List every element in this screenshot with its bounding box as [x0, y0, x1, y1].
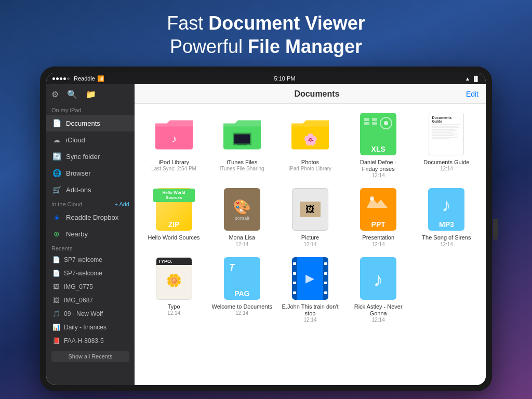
file-grid: ♪ iPod Library Last Sync: 2:54 PM — [135, 104, 486, 385]
file-name-picture: Picture — [301, 234, 319, 241]
add-cloud-button[interactable]: + Add — [115, 201, 129, 207]
sidebar-item-documents[interactable]: 📄 Documents — [46, 115, 135, 131]
dropbox-icon: ◈ — [51, 212, 62, 222]
sidebar-item-browser[interactable]: 🌐 Browser — [46, 165, 135, 181]
monalisa-icon: 🎨 portrait — [219, 187, 265, 232]
file-subtitle-ipod: Last Sync: 2:54 PM — [151, 166, 196, 171]
recent-item-img0687[interactable]: 🖼 IMG_0687 — [46, 294, 135, 307]
mp3-label: MP3 — [439, 220, 454, 229]
pag-icon: T PAG — [219, 256, 265, 301]
wifi-icon: 📶 — [97, 75, 104, 82]
app-content: ⚙ 🔍 📁 On my iPad 📄 Documents ☁ iCloud 🔄 … — [46, 84, 486, 385]
file-date-xls: 12:14 — [372, 172, 385, 178]
file-item-picture[interactable]: 🖼 Picture 12:14 — [278, 187, 342, 247]
sidebar-item-addons[interactable]: 🛒 Add-ons — [46, 181, 135, 198]
show-all-recents-button[interactable]: Show all Recents — [51, 351, 129, 362]
typo-icon: TYPO. 🌼 — [151, 256, 197, 301]
file-item-ppt[interactable]: PPT Presentation 12:14 — [347, 187, 410, 247]
nav-bar: Documents Edit — [135, 84, 486, 104]
folder-yellow-svg: 🌸 — [289, 116, 331, 152]
recent-item-finances[interactable]: 📊 Daily - finances — [46, 321, 135, 334]
folder-green-svg — [221, 116, 263, 152]
file-item-mp3[interactable]: ♪ MP3 The Song of Sirens 12:14 — [415, 187, 478, 247]
recent-item-sp7-2[interactable]: 📄 SP7-welcome — [46, 267, 135, 280]
header-line1-normal: Fast — [167, 12, 208, 34]
file-item-monalisa[interactable]: 🎨 portrait Mona Lisa 12:14 — [210, 187, 274, 247]
file-name-mp3: The Song of Sirens — [422, 234, 471, 241]
svg-text:🌸: 🌸 — [303, 132, 317, 147]
file-date-picture: 12:14 — [303, 242, 316, 247]
file-item-typo[interactable]: TYPO. 🌼 Typo 12:14 — [142, 256, 206, 323]
file-item-itunes[interactable]: iTunes Files iTunes File Sharing — [210, 111, 274, 178]
nav-title: Documents — [294, 89, 339, 99]
file-item-video[interactable]: ▶ E.John This train don't stop 12:14 — [278, 256, 342, 323]
sidebar-label-browser: Browser — [66, 169, 91, 177]
recent-label-4: IMG_0687 — [64, 297, 93, 304]
recent-label-7: FAA-H-8083-5 — [64, 337, 104, 344]
sidebar-label-documents: Documents — [66, 119, 100, 127]
sidebar-label-nearby: Nearby — [66, 230, 88, 238]
file-subtitle-itunes: iTunes File Sharing — [220, 166, 264, 171]
svg-point-5 — [370, 196, 374, 201]
header-line1-bold: Document Viewer — [208, 12, 365, 34]
recent-item-img0775[interactable]: 🖼 IMG_0775 — [46, 280, 135, 294]
file-item-pag[interactable]: T PAG Welcome to Documents 12:14 — [210, 256, 274, 323]
file-item-ipod[interactable]: ♪ iPod Library Last Sync: 2:54 PM — [142, 111, 206, 178]
recent-label-2: SP7-welcome — [64, 270, 102, 277]
file-item-photos[interactable]: 🌸 Photos iPad Photo Library — [278, 111, 342, 178]
status-time: 5:10 PM — [274, 75, 295, 82]
sidebar: ⚙ 🔍 📁 On my iPad 📄 Documents ☁ iCloud 🔄 … — [46, 84, 135, 385]
svg-text:♪: ♪ — [171, 133, 177, 144]
signal-icon: ▲ — [465, 76, 470, 82]
file-date-monalisa: 12:14 — [235, 242, 248, 247]
search-icon[interactable]: 🔍 — [67, 89, 77, 99]
recent-label-3: IMG_0775 — [64, 283, 93, 290]
recent-item-sp7-1[interactable]: 📄 SP7-welcome — [46, 253, 135, 267]
zip-label: ZIP — [168, 220, 180, 229]
file-item-xls[interactable]: XLS Daniel Defoe -Friday prises 12:14 — [347, 111, 410, 178]
file-item-docguide[interactable]: Documents Guide — [415, 111, 478, 178]
zip-icon: Hello WorldSources ZIP — [151, 187, 197, 232]
file-date-music-blue: 12:14 — [372, 317, 385, 323]
video-icon: ▶ — [287, 256, 333, 301]
recent-item-faa[interactable]: 📕 FAA-H-8083-5 — [46, 334, 135, 348]
svg-rect-2 — [234, 135, 250, 144]
picture-icon: 🖼 — [287, 187, 333, 232]
sidebar-item-dropbox[interactable]: ◈ Readdle Dropbox — [46, 209, 135, 225]
file-item-music-blue[interactable]: ♪ Rick Astley - Never Gonna 12:14 — [347, 256, 410, 323]
file-name-docguide: Documents Guide — [423, 159, 469, 166]
nav-edit-button[interactable]: Edit — [466, 90, 478, 98]
documents-icon: 📄 — [51, 118, 62, 128]
file-date-typo: 12:14 — [167, 310, 180, 316]
folder-itunes-icon — [219, 111, 265, 157]
sidebar-toolbar: ⚙ 🔍 📁 — [46, 84, 135, 104]
file-date-ppt: 12:14 — [372, 242, 385, 247]
file-date-video: 12:14 — [303, 317, 316, 323]
recent-img-icon: 🖼 — [51, 282, 61, 291]
browser-icon: 🌐 — [51, 168, 62, 178]
recent-label-6: Daily - finances — [64, 324, 107, 331]
svg-text:♪: ♪ — [442, 194, 451, 216]
home-button[interactable] — [493, 219, 498, 240]
file-name-pag: Welcome to Documents — [212, 303, 273, 310]
file-name-xls: Daniel Defoe -Friday prises — [360, 159, 396, 172]
in-the-cloud-header: In the Cloud + Add — [46, 198, 135, 209]
sidebar-label-icloud: iCloud — [66, 136, 85, 144]
mp3-icon: ♪ MP3 — [423, 187, 469, 232]
sidebar-item-nearby[interactable]: ⊕ Nearby — [46, 225, 135, 242]
music-blue-icon: ♪ — [355, 256, 401, 301]
header-line2-normal: Powerful — [170, 36, 248, 57]
gear-icon[interactable]: ⚙ — [51, 89, 59, 99]
file-date-mp3: 12:14 — [440, 242, 453, 247]
header: Fast Document Viewer Powerful File Manag… — [167, 0, 365, 66]
sidebar-item-icloud[interactable]: ☁ iCloud — [46, 131, 135, 148]
file-name-monalisa: Mona Lisa — [229, 234, 255, 241]
file-name-photos: Photos — [301, 159, 319, 166]
sidebar-label-dropbox: Readdle Dropbox — [66, 214, 118, 221]
folder-icon[interactable]: 📁 — [86, 89, 96, 99]
in-the-cloud-label: In the Cloud — [51, 201, 82, 207]
file-item-zip[interactable]: Hello WorldSources ZIP Hello World Sourc… — [142, 187, 206, 247]
sidebar-item-sync[interactable]: 🔄 Sync folder — [46, 148, 135, 165]
recent-item-wolf[interactable]: 🎵 09 - New Wolf — [46, 307, 135, 321]
status-left: Readdle 📶 — [52, 75, 104, 82]
